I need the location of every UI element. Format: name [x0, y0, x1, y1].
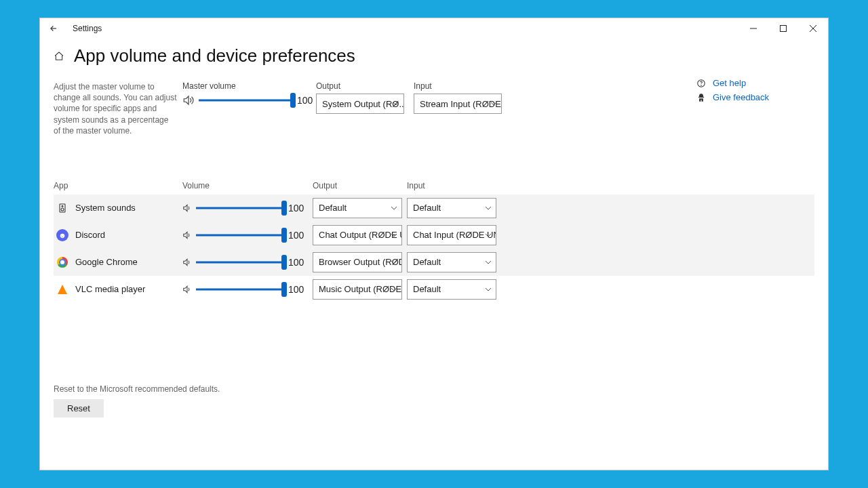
- app-volume-cell: 100: [182, 283, 313, 296]
- speaker-icon[interactable]: [182, 94, 195, 106]
- vlc-icon: [56, 283, 68, 296]
- app-volume-value: 100: [288, 203, 306, 214]
- svg-marker-10: [184, 286, 187, 292]
- svg-marker-8: [184, 232, 187, 238]
- master-volume-slider[interactable]: [199, 94, 293, 107]
- reset-text: Reset to the Microsoft recommended defau…: [54, 384, 814, 394]
- svg-point-3: [701, 85, 702, 85]
- get-help-link[interactable]: Get help: [696, 78, 812, 88]
- app-volume-cell: 100: [182, 228, 313, 242]
- speaker-icon[interactable]: [182, 203, 192, 213]
- app-volume-cell: 100: [182, 256, 313, 269]
- app-output-value: Chat Output (RØDE UI: [319, 230, 402, 240]
- app-volume-value: 100: [288, 284, 306, 295]
- svg-point-6: [62, 205, 63, 207]
- speaker-icon[interactable]: [182, 285, 192, 294]
- chrome-icon: [56, 256, 68, 268]
- app-output-dropdown[interactable]: Browser Output (RØD: [313, 252, 402, 272]
- app-input-dropdown[interactable]: Default: [407, 198, 496, 218]
- output-label: Output: [316, 81, 404, 91]
- master-output-block: Output System Output (RØ...: [316, 81, 404, 114]
- app-input-cell: Default: [407, 252, 502, 272]
- help-icon: [696, 79, 706, 88]
- page-title-row: App volume and device preferences: [54, 45, 814, 66]
- app-output-cell: Chat Output (RØDE UI: [313, 225, 407, 245]
- maximize-icon: [780, 25, 787, 32]
- side-panel: Get help Give feedback: [696, 78, 812, 106]
- app-volume-slider[interactable]: [196, 256, 284, 269]
- close-icon: [810, 25, 816, 32]
- app-output-value: Default: [319, 203, 347, 213]
- master-output-value: System Output (RØ...: [322, 99, 404, 109]
- home-icon[interactable]: [54, 51, 64, 62]
- app-name: Discord: [75, 230, 105, 240]
- give-feedback-text: Give feedback: [713, 92, 769, 102]
- app-volume-value: 100: [288, 257, 306, 268]
- app-input-dropdown[interactable]: Default: [407, 279, 496, 300]
- speaker-icon[interactable]: [182, 258, 192, 267]
- app-cell: Google Chrome: [54, 256, 182, 268]
- app-volume-slider[interactable]: [196, 283, 284, 296]
- app-input-value: Default: [413, 203, 441, 213]
- app-cell: System sounds: [54, 202, 182, 214]
- app-output-dropdown[interactable]: Default: [313, 198, 402, 218]
- app-name: System sounds: [75, 203, 136, 213]
- col-app: App: [54, 181, 182, 190]
- app-output-dropdown[interactable]: Music Output (RØDE U: [313, 279, 402, 300]
- app-cell: ☻Discord: [54, 229, 182, 241]
- page-title: App volume and device preferences: [74, 45, 355, 66]
- system-icon: [56, 202, 68, 214]
- chevron-down-icon: [485, 286, 492, 293]
- app-output-value: Browser Output (RØD: [319, 257, 402, 267]
- feedback-icon: [696, 93, 706, 102]
- col-input: Input: [407, 181, 502, 190]
- back-button[interactable]: [40, 18, 67, 39]
- master-volume-value: 100: [297, 95, 315, 106]
- col-volume: Volume: [182, 181, 313, 190]
- svg-marker-7: [184, 205, 187, 211]
- arrow-left-icon: [49, 24, 58, 33]
- app-output-value: Music Output (RØDE U: [319, 284, 402, 294]
- reset-area: Reset to the Microsoft recommended defau…: [54, 384, 814, 418]
- reset-button[interactable]: Reset: [54, 399, 104, 418]
- app-table-header: App Volume Output Input: [54, 181, 814, 195]
- col-output: Output: [313, 181, 407, 190]
- input-label: Input: [414, 81, 502, 91]
- app-volume-cell: 100: [182, 201, 313, 215]
- app-input-dropdown[interactable]: Chat Input (RØDE UNI: [407, 225, 496, 245]
- app-output-cell: Default: [313, 198, 407, 218]
- master-input-value: Stream Input (RØDE...: [420, 99, 502, 109]
- chevron-down-icon: [391, 232, 397, 239]
- app-row: Google Chrome100Browser Output (RØDDefau…: [54, 249, 814, 276]
- content-area: App volume and device preferences Adjust…: [40, 39, 828, 470]
- chevron-down-icon: [391, 286, 397, 293]
- app-output-dropdown[interactable]: Chat Output (RØDE UI: [313, 225, 402, 245]
- get-help-text: Get help: [713, 78, 746, 88]
- chevron-down-icon: [485, 259, 492, 266]
- minimize-button[interactable]: [738, 18, 768, 39]
- chevron-down-icon: [391, 259, 397, 266]
- app-row: ☻Discord100Chat Output (RØDE UIChat Inpu…: [54, 222, 814, 249]
- app-output-cell: Browser Output (RØD: [313, 252, 407, 272]
- maximize-button[interactable]: [768, 18, 798, 39]
- give-feedback-link[interactable]: Give feedback: [696, 92, 812, 102]
- speaker-icon[interactable]: [182, 230, 192, 240]
- app-volume-slider[interactable]: [196, 201, 284, 215]
- app-row: VLC media player100Music Output (RØDE UD…: [54, 276, 814, 303]
- master-output-dropdown[interactable]: System Output (RØ...: [316, 94, 404, 114]
- chevron-down-icon: [485, 232, 492, 239]
- svg-point-5: [61, 208, 64, 211]
- master-input-dropdown[interactable]: Stream Input (RØDE...: [414, 94, 502, 114]
- chevron-down-icon: [490, 100, 497, 107]
- close-button[interactable]: [798, 18, 828, 39]
- app-input-value: Default: [413, 284, 441, 294]
- app-rows: System sounds100DefaultDefault☻Discord10…: [54, 195, 814, 303]
- chevron-down-icon: [393, 100, 399, 107]
- description-text: Adjust the master volume to change all s…: [54, 81, 182, 136]
- master-input-block: Input Stream Input (RØDE...: [414, 81, 502, 114]
- app-name: VLC media player: [75, 284, 145, 294]
- master-volume-block: Master volume 100: [182, 81, 315, 107]
- app-input-dropdown[interactable]: Default: [407, 252, 496, 272]
- svg-marker-1: [184, 96, 189, 104]
- app-volume-slider[interactable]: [196, 228, 284, 242]
